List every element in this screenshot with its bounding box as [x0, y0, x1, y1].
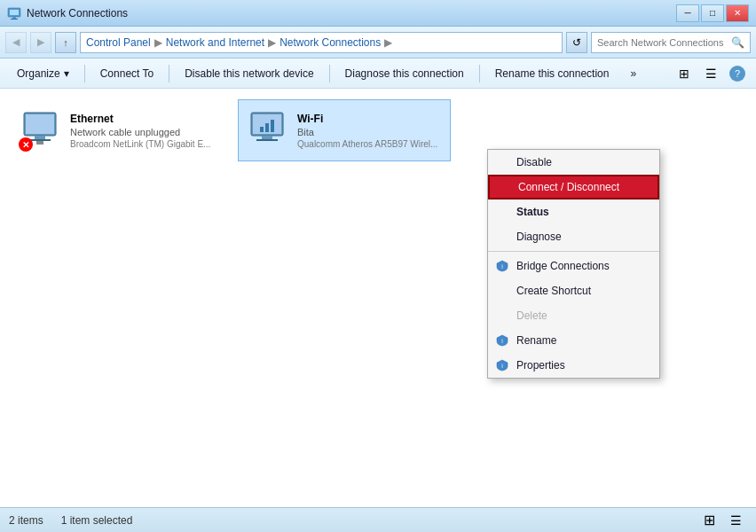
breadcrumb-network-internet[interactable]: Network and Internet [166, 36, 264, 49]
connect-to-button[interactable]: Connect To [91, 62, 164, 85]
ctx-delete: Delete [488, 303, 659, 328]
ctx-delete-label: Delete [516, 309, 547, 322]
ctx-connect-disconnect[interactable]: Connect / Disconnect [488, 175, 659, 200]
ctx-status-label: Status [516, 206, 549, 218]
refresh-button[interactable]: ↺ [566, 32, 587, 53]
organize-button[interactable]: Organize ▾ [7, 62, 79, 85]
ctx-create-shortcut[interactable]: Create Shortcut [488, 278, 659, 303]
main-content: ✕ Ethernet Network cable unplugged Broad… [0, 89, 756, 507]
disable-network-button[interactable]: Disable this network device [175, 62, 323, 85]
ctx-disable[interactable]: Disable [488, 150, 659, 175]
view-grid-button[interactable]: ⊞ [673, 62, 696, 85]
rename-label: Rename this connection [495, 67, 610, 80]
svg-rect-2 [12, 17, 16, 19]
ethernet-adapter: Broadcom NetLink (TM) Gigabit E... [70, 139, 210, 149]
ctx-diagnose-label: Diagnose [516, 231, 562, 243]
status-bar: 2 items 1 item selected ⊞ ☰ [0, 507, 756, 532]
wifi-status: Bita [297, 127, 437, 137]
maximize-button[interactable]: □ [701, 4, 724, 22]
more-options-button[interactable]: » [620, 62, 646, 85]
ctx-status[interactable]: Status [488, 200, 659, 224]
ctx-bridge-connections[interactable]: i Bridge Connections [488, 254, 659, 278]
title-bar-left: Network Connections [7, 6, 128, 20]
help-button[interactable]: ? [726, 62, 749, 85]
svg-rect-15 [271, 120, 274, 132]
ctx-rename[interactable]: i Rename [488, 328, 659, 353]
ctx-properties[interactable]: i Properties [488, 353, 659, 378]
svg-rect-5 [26, 114, 54, 134]
ctx-properties-label: Properties [516, 359, 565, 372]
diagnose-connection-button[interactable]: Diagnose this connection [335, 62, 474, 85]
title-bar-title: Network Connections [27, 7, 128, 20]
view-grid-icon: ⊞ [679, 66, 689, 81]
items-count: 2 items [9, 514, 43, 527]
title-bar-controls: ─ □ ✕ [676, 4, 749, 22]
organize-label: Organize [17, 67, 60, 80]
ctx-diagnose[interactable]: Diagnose [488, 224, 659, 249]
breadcrumb-network-connections[interactable]: Network Connections [280, 36, 381, 49]
toolbar-separator-4 [479, 65, 480, 82]
toolbar-right: ⊞ ☰ ? [673, 62, 749, 85]
ethernet-status: Network cable unplugged [70, 127, 210, 137]
ctx-create-shortcut-label: Create Shortcut [516, 285, 591, 297]
svg-rect-7 [29, 139, 51, 141]
svg-rect-3 [11, 19, 18, 20]
ctx-separator-1 [488, 251, 659, 252]
view-list-button[interactable]: ☰ [699, 62, 722, 85]
network-item-ethernet[interactable]: ✕ Ethernet Network cable unplugged Broad… [11, 99, 224, 161]
ctx-disable-label: Disable [516, 156, 552, 168]
svg-rect-6 [35, 136, 45, 139]
selected-count: 1 item selected [61, 514, 133, 527]
svg-rect-12 [256, 139, 278, 141]
toolbar-separator-2 [169, 65, 169, 82]
svg-rect-8 [36, 141, 43, 145]
network-items-list: ✕ Ethernet Network cable unplugged Broad… [11, 99, 745, 161]
properties-shield-icon: i [495, 358, 509, 372]
disable-label: Disable this network device [185, 67, 313, 80]
breadcrumb: Control Panel ▶ Network and Internet ▶ N… [80, 32, 563, 53]
status-bar-right: ⊞ ☰ [697, 509, 747, 532]
network-item-wifi[interactable]: Wi-Fi Bita Qualcomm Atheros AR5B97 Wirel… [238, 99, 451, 161]
connect-to-label: Connect To [100, 67, 154, 80]
minimize-button[interactable]: ─ [676, 4, 699, 22]
ethernet-error-badge: ✕ [19, 137, 33, 152]
organize-arrow: ▾ [64, 67, 69, 80]
ctx-bridge-label: Bridge Connections [516, 260, 610, 272]
svg-rect-1 [10, 10, 19, 15]
address-bar: ◀ ▶ ↑ Control Panel ▶ Network and Intern… [0, 27, 756, 59]
title-bar: Network Connections ─ □ ✕ [0, 0, 756, 27]
ethernet-name: Ethernet [70, 113, 210, 125]
ctx-connect-disconnect-label: Connect / Disconnect [518, 181, 619, 193]
context-menu: Disable Connect / Disconnect Status Diag… [487, 149, 660, 379]
svg-rect-11 [262, 136, 272, 139]
forward-button[interactable]: ▶ [30, 32, 51, 53]
wifi-label: Wi-Fi Bita Qualcomm Atheros AR5B97 Wirel… [297, 113, 437, 149]
breadcrumb-sep-2: ▶ [268, 36, 276, 49]
ethernet-icon-area: ✕ [19, 109, 61, 152]
breadcrumb-control-panel[interactable]: Control Panel [86, 36, 151, 49]
close-button[interactable]: ✕ [726, 4, 749, 22]
search-input[interactable] [597, 37, 728, 48]
app-icon [7, 6, 21, 20]
toolbar: Organize ▾ Connect To Disable this netwo… [0, 59, 756, 89]
back-button[interactable]: ◀ [5, 32, 27, 53]
more-icon: » [630, 67, 636, 80]
svg-rect-14 [265, 123, 269, 132]
toolbar-separator-3 [329, 65, 330, 82]
breadcrumb-sep-3: ▶ [384, 36, 392, 49]
view-list-icon: ☰ [705, 66, 717, 81]
help-icon: ? [729, 66, 745, 82]
search-box: 🔍 [591, 32, 751, 53]
content-area: ✕ Ethernet Network cable unplugged Broad… [0, 89, 756, 507]
diagnose-label: Diagnose this connection [345, 67, 464, 80]
status-view-list-button[interactable]: ☰ [724, 509, 747, 532]
wifi-name: Wi-Fi [297, 113, 437, 125]
up-button[interactable]: ↑ [55, 32, 76, 53]
svg-rect-13 [260, 127, 264, 132]
ethernet-label: Ethernet Network cable unplugged Broadco… [70, 113, 210, 149]
rename-connection-button[interactable]: Rename this connection [485, 62, 619, 85]
ctx-rename-label: Rename [516, 334, 556, 347]
status-view-grid-button[interactable]: ⊞ [697, 509, 721, 532]
rename-shield-icon: i [495, 333, 509, 348]
breadcrumb-sep-1: ▶ [154, 36, 162, 49]
